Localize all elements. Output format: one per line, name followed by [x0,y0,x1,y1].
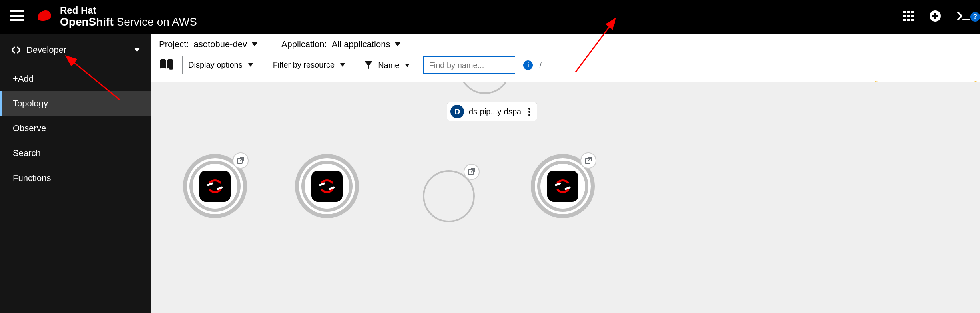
topology-node[interactable] [531,154,595,218]
main-content: ? Project: asotobue-dev Application: All… [151,34,980,313]
sidebar-item-label: +Add [13,74,34,84]
chevron-down-icon [252,42,257,46]
quick-add-icon[interactable] [930,10,941,23]
help-char: ? [973,13,977,20]
filter-resource-dropdown[interactable]: Filter by resource [267,56,351,74]
project-selector[interactable]: Project: asotobue-dev [159,39,257,50]
chevron-down-icon [395,42,400,46]
display-options-label: Display options [188,60,243,70]
sidebar-item-label: Observe [13,123,46,134]
application-selector[interactable]: Application: All applications [281,39,401,50]
slash-hint: / [535,57,546,73]
sidebar-item-label: Topology [13,98,48,109]
svg-rect-6 [907,11,910,13]
find-by-name-field[interactable]: / [423,56,515,74]
svg-rect-0 [10,10,24,12]
svg-marker-26 [405,64,410,67]
info-char: i [527,62,529,69]
svg-rect-10 [911,15,914,17]
svg-marker-18 [134,48,140,52]
hamburger-menu-icon[interactable] [10,10,24,23]
filter-mode-dropdown[interactable]: Name [359,57,415,74]
svg-rect-7 [911,11,914,13]
svg-line-34 [320,183,324,185]
svg-line-41 [566,187,570,189]
topology-node[interactable] [183,154,247,218]
sidebar-item-add[interactable]: +Add [0,66,151,91]
application-prefix: Application: [281,39,327,50]
svg-marker-23 [248,63,253,67]
openshift-app-icon [547,171,578,202]
app-launcher-icon[interactable] [903,11,914,23]
perspective-switcher[interactable]: Developer [0,34,151,66]
svg-rect-12 [907,19,910,21]
perspective-label: Developer [26,45,66,55]
openshift-app-icon [199,171,231,202]
svg-line-35 [330,187,334,189]
find-by-name-input[interactable] [424,57,535,73]
svg-line-33 [218,187,222,189]
svg-rect-9 [907,15,910,17]
topology-node[interactable] [295,154,359,218]
code-icon [11,46,21,54]
svg-rect-13 [911,19,914,21]
redhat-fedora-icon [35,9,54,25]
sidebar-item-search[interactable]: Search [0,141,151,166]
brand-logo: Red Hat OpenShift Service on AWS [35,5,197,28]
svg-rect-2 [10,19,24,21]
svg-rect-5 [903,11,906,13]
svg-line-40 [556,183,560,185]
svg-rect-8 [903,15,906,17]
sidebar-item-label: Functions [13,173,51,183]
filter-resource-label: Filter by resource [273,60,335,70]
filter-mode-label: Name [378,61,399,70]
node-outline [459,82,511,94]
open-url-icon[interactable] [464,164,480,180]
node-label-text: ds-pip...y-dspa [469,107,521,116]
brand-vendor: Red Hat [60,5,197,16]
project-value: asotobue-dev [194,39,247,50]
svg-marker-25 [365,61,372,69]
application-value: All applications [332,39,390,50]
svg-marker-19 [252,42,257,46]
chevron-down-icon [248,63,253,67]
sidebar-item-topology[interactable]: Topology [0,91,151,116]
sidebar: Developer +Add Topology Observe Search F… [0,34,151,313]
svg-rect-11 [903,19,906,21]
chevron-down-icon [134,48,140,52]
help-icon[interactable]: ? [970,12,980,22]
project-prefix: Project: [159,39,189,50]
svg-marker-24 [340,63,345,67]
chevron-down-icon [405,64,410,67]
svg-rect-1 [10,15,24,17]
open-url-icon[interactable] [580,152,596,169]
sidebar-item-observe[interactable]: Observe [0,116,151,141]
catalog-icon[interactable] [159,58,174,72]
topology-canvas[interactable]: D ds-pip...y-dspa [151,82,980,313]
openshift-app-icon [311,171,343,202]
sidebar-item-functions[interactable]: Functions [0,166,151,191]
sidebar-item-label: Search [13,148,41,159]
svg-marker-20 [395,42,400,46]
funnel-icon [365,61,372,69]
display-options-dropdown[interactable]: Display options [182,56,259,74]
web-terminal-icon[interactable] [957,11,970,22]
chevron-down-icon [340,63,345,67]
svg-line-32 [208,183,212,185]
kebab-menu-icon[interactable] [526,108,533,116]
deployment-badge: D [450,105,464,118]
node-label[interactable]: D ds-pip...y-dspa [447,102,537,121]
open-url-icon[interactable] [233,152,249,169]
brand-product-bold: OpenShift [60,16,114,28]
brand-product-thin: Service on AWS [114,16,197,28]
